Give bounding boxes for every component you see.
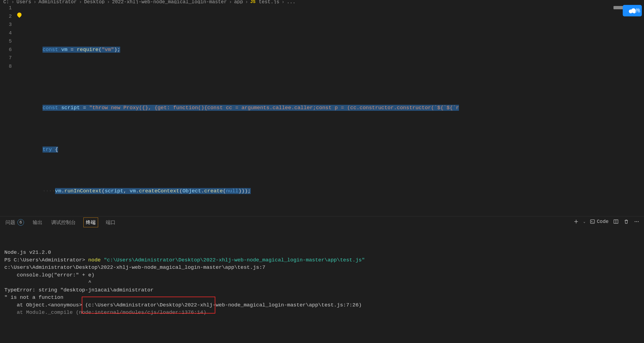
breadcrumb-part[interactable]: app [234, 0, 243, 4]
tab-terminal[interactable]: 终端 [83, 217, 98, 227]
svg-rect-3 [590, 220, 594, 223]
terminal-line: ^ [4, 279, 640, 287]
line-number: 2 [0, 12, 12, 21]
split-icon [613, 219, 619, 224]
tab-label: 调试控制台 [51, 219, 76, 226]
line-number-gutter[interactable]: 1 2 3 4 5 6 7 8 [0, 4, 18, 216]
problems-count-badge: 6 [17, 219, 24, 226]
chevron-right-icon: › [11, 0, 14, 4]
kill-terminal-button[interactable] [623, 219, 629, 225]
panel-toolbar: ⌄ Code [573, 219, 640, 225]
bottom-panel: 问题 6 输出 调试控制台 终端 端口 ⌄ Code [0, 216, 644, 343]
breadcrumb[interactable]: C:› Users› Administrator› Desktop› 2022-… [0, 0, 644, 4]
terminal-line: PS C:\Users\Administrator> node "c:\User… [4, 256, 640, 264]
terminal-output[interactable]: Node.js v21.2.0PS C:\Users\Administrator… [0, 228, 644, 343]
code-content[interactable]: const·vm·=·require("vm"); const·script·=… [18, 4, 644, 216]
code-line: const·script·=·"throw new Proxy({}, {get… [18, 96, 644, 121]
breadcrumb-part[interactable]: ... [287, 0, 295, 4]
breadcrumb-part[interactable]: 2022-xhlj-web-node_magical_login-master [112, 0, 227, 4]
line-number: 3 [0, 20, 12, 29]
chevron-right-icon: › [79, 0, 82, 4]
panel-tabs: 问题 6 输出 调试控制台 终端 端口 ⌄ Code [0, 216, 644, 228]
tab-ports[interactable]: 端口 [105, 217, 117, 227]
chevron-right-icon: › [282, 0, 285, 4]
terminal-icon [590, 219, 595, 224]
terminal-line: Node.js v21.2.0 [4, 249, 640, 256]
chevron-right-icon: › [245, 0, 248, 4]
line-number: 4 [0, 29, 12, 37]
js-file-icon: JS [250, 0, 255, 4]
more-actions-button[interactable] [634, 219, 640, 225]
tab-label: 问题 [5, 219, 15, 226]
code-line: ····vm.runInContext(script,·vm.createCon… [18, 179, 644, 204]
trash-icon [624, 219, 629, 224]
line-number: 1 [0, 4, 12, 12]
tab-label: 输出 [33, 219, 43, 226]
line-number: 5 [0, 37, 12, 46]
terminal-profile-button[interactable]: Code [590, 219, 609, 224]
terminal-line: at Module._compile (node:internal/module… [4, 309, 640, 317]
tab-label: 端口 [106, 219, 116, 226]
plus-icon [573, 219, 579, 224]
terminal-line: console.log("error:" + e) [4, 272, 640, 279]
tab-output[interactable]: 输出 [32, 217, 44, 227]
tab-label: 终端 [86, 219, 96, 226]
breadcrumb-part[interactable]: test.js [259, 0, 279, 4]
code-editor[interactable]: 拖 1 2 3 4 5 6 7 8 const·vm·=·require("vm… [0, 4, 644, 216]
breadcrumb-part[interactable]: Desktop [84, 0, 105, 4]
breadcrumb-part[interactable]: Users [16, 0, 31, 4]
profile-label: Code [597, 219, 609, 224]
terminal-line: TypeError: string "desktop-jn1acai\admin… [4, 287, 640, 294]
tab-problems[interactable]: 问题 6 [4, 217, 25, 227]
terminal-line: at Object.<anonymous> (c:\Users\Administ… [4, 302, 640, 309]
split-terminal-button[interactable] [613, 219, 619, 225]
terminal-line: c:\Users\Administrator\Desktop\2022-xhlj… [4, 264, 640, 272]
chevron-right-icon: › [107, 0, 110, 4]
chevron-right-icon: › [33, 0, 36, 4]
svg-point-6 [635, 221, 636, 222]
tab-debug-console[interactable]: 调试控制台 [50, 217, 77, 227]
line-number: 7 [0, 54, 12, 62]
terminal-line: " is not a function [4, 294, 640, 302]
chevron-down-icon[interactable]: ⌄ [583, 220, 585, 224]
svg-point-8 [638, 221, 639, 222]
new-terminal-button[interactable] [573, 219, 579, 225]
code-line: const·vm·=·require("vm"); [18, 37, 644, 62]
code-line: try·{ [18, 137, 644, 162]
ellipsis-icon [634, 219, 639, 224]
line-number: 6 [0, 46, 12, 54]
line-number: 8 [0, 62, 12, 71]
breadcrumb-part[interactable]: Administrator [38, 0, 77, 4]
svg-point-7 [636, 221, 637, 222]
chevron-right-icon: › [229, 0, 232, 4]
breadcrumb-part[interactable]: C: [3, 0, 9, 4]
terminal-line [4, 241, 640, 249]
